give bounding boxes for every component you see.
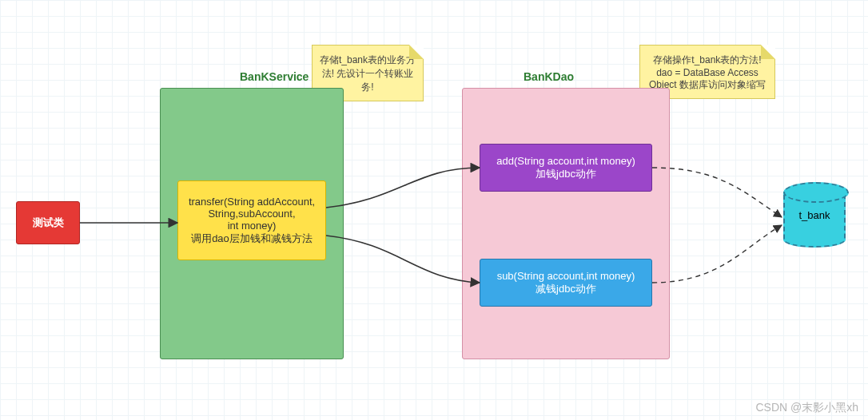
dao-title: BanKDao	[524, 70, 574, 83]
watermark: CSDN @末影小黑xh	[755, 401, 858, 415]
dao-container	[462, 88, 670, 359]
add-method-box: add(String account,int money) 加钱jdbc动作	[480, 144, 652, 192]
service-title: BanKService	[240, 70, 309, 83]
test-class-box: 测试类	[16, 201, 80, 244]
sub-method-box: sub(String account,int money) 减钱jdbc动作	[480, 259, 652, 307]
database-cylinder: t_bank	[783, 192, 846, 248]
transfer-method-box: transfer(String addAccount, String,subAc…	[177, 180, 326, 260]
